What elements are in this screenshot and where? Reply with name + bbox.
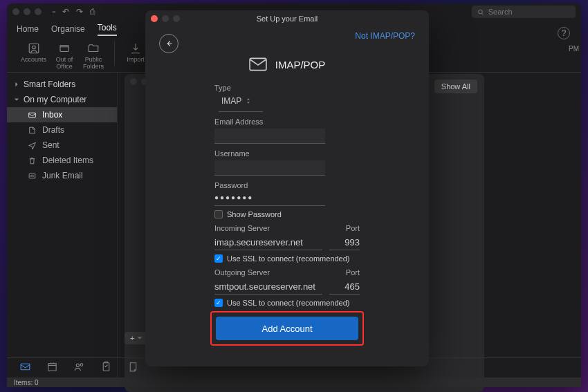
sidebar-item-deleted[interactable]: Deleted Items bbox=[7, 153, 117, 168]
incoming-ssl-checkbox[interactable] bbox=[214, 254, 223, 263]
trash-icon bbox=[28, 156, 37, 165]
modal-title: Set Up your Email bbox=[145, 15, 429, 23]
type-select[interactable]: IMAP bbox=[221, 96, 263, 109]
mail-icon bbox=[19, 361, 31, 373]
search-input[interactable] bbox=[488, 8, 570, 16]
type-label: Type bbox=[214, 84, 360, 92]
drafts-icon bbox=[28, 126, 37, 135]
mail-tab[interactable] bbox=[19, 361, 31, 375]
outgoing-port-input[interactable] bbox=[329, 279, 360, 295]
import-icon bbox=[129, 42, 142, 55]
password-label: Password bbox=[214, 181, 360, 189]
folder-icon bbox=[87, 42, 100, 55]
incoming-port-input[interactable] bbox=[329, 235, 360, 250]
add-account-highlight: Add Account bbox=[210, 311, 364, 346]
email-input[interactable] bbox=[214, 129, 325, 144]
notes-icon bbox=[127, 361, 139, 373]
save-icon[interactable]: ▫ bbox=[53, 7, 55, 17]
setup-email-modal: Set Up your Email Not IMAP/POP? IMAP/POP… bbox=[145, 10, 429, 366]
outgoing-label: Outgoing Server bbox=[214, 268, 322, 277]
svg-rect-7 bbox=[21, 364, 30, 370]
svg-rect-4 bbox=[60, 46, 68, 52]
outgoing-server-input[interactable] bbox=[214, 279, 322, 295]
search-icon bbox=[477, 8, 484, 16]
redo-icon[interactable]: ↷ bbox=[76, 7, 83, 17]
sidebar-item-junk[interactable]: Junk Email bbox=[7, 168, 117, 183]
svg-rect-2 bbox=[29, 44, 39, 53]
traffic-lights[interactable] bbox=[12, 8, 42, 15]
print-icon[interactable]: ⎙ bbox=[90, 7, 95, 17]
tasks-tab[interactable] bbox=[100, 361, 112, 375]
svg-point-9 bbox=[76, 364, 79, 366]
chevron-down-icon bbox=[137, 335, 143, 341]
clock: PM bbox=[569, 45, 579, 53]
email-label: Email Address bbox=[214, 118, 360, 126]
help-button[interactable]: ? bbox=[558, 27, 570, 39]
arrow-left-icon bbox=[164, 39, 174, 48]
port-label-2: Port bbox=[329, 268, 360, 277]
search-box[interactable] bbox=[472, 6, 576, 18]
show-password-checkbox[interactable] bbox=[214, 210, 223, 218]
incoming-ssl-label: Use SSL to connect (recommended) bbox=[227, 254, 350, 263]
sidebar-item-sent[interactable]: Sent bbox=[7, 138, 117, 153]
username-label: Username bbox=[214, 149, 360, 158]
incoming-server-input[interactable] bbox=[214, 235, 322, 250]
tasks-icon bbox=[100, 361, 112, 373]
status-bar: Items: 0 bbox=[7, 377, 581, 387]
sidebar-item-drafts[interactable]: Drafts bbox=[7, 122, 117, 138]
junk-icon bbox=[28, 171, 37, 180]
outgoing-ssl-label: Use SSL to connect (recommended) bbox=[227, 299, 350, 307]
people-icon bbox=[73, 361, 85, 373]
sent-icon bbox=[28, 141, 37, 150]
chevron-down-icon bbox=[14, 97, 19, 102]
ooo-button[interactable]: Out of Office bbox=[53, 42, 75, 70]
not-imap-link[interactable]: Not IMAP/POP? bbox=[355, 31, 415, 41]
import-button[interactable]: Import bbox=[125, 42, 147, 63]
show-all-button[interactable]: Show All bbox=[434, 80, 477, 93]
accounts-button[interactable]: Accounts bbox=[21, 42, 46, 70]
sort-icon bbox=[246, 97, 251, 104]
username-input[interactable] bbox=[214, 160, 325, 176]
svg-rect-5 bbox=[29, 113, 36, 118]
show-password-label: Show Password bbox=[227, 210, 282, 218]
ooo-icon bbox=[58, 42, 71, 55]
on-my-computer-header[interactable]: On my Computer bbox=[7, 92, 117, 107]
smart-folders-header[interactable]: Smart Folders bbox=[7, 77, 117, 92]
inbox-icon bbox=[28, 111, 37, 120]
back-button[interactable] bbox=[159, 34, 178, 53]
password-input[interactable]: ●●●●●●● bbox=[214, 194, 325, 206]
outgoing-ssl-checkbox[interactable] bbox=[214, 299, 223, 307]
calendar-tab[interactable] bbox=[46, 361, 58, 375]
svg-point-0 bbox=[479, 10, 483, 14]
tab-tools[interactable]: Tools bbox=[98, 23, 117, 36]
svg-rect-8 bbox=[48, 364, 56, 371]
item-count: Items: 0 bbox=[14, 379, 39, 386]
people-tab[interactable] bbox=[73, 361, 85, 375]
public-folders-button[interactable]: Public Folders bbox=[82, 42, 104, 70]
undo-icon[interactable]: ↶ bbox=[62, 7, 69, 17]
svg-point-10 bbox=[80, 364, 83, 366]
port-label: Port bbox=[329, 224, 360, 232]
svg-point-3 bbox=[32, 46, 35, 49]
incoming-label: Incoming Server bbox=[214, 224, 322, 232]
person-icon bbox=[28, 42, 40, 55]
tab-home[interactable]: Home bbox=[17, 24, 39, 34]
tab-organise[interactable]: Organise bbox=[51, 24, 85, 34]
calendar-icon bbox=[46, 361, 58, 373]
notes-tab[interactable] bbox=[127, 361, 139, 375]
chevron-right-icon bbox=[14, 82, 19, 87]
add-account-button[interactable]: Add Account bbox=[216, 317, 358, 340]
sidebar-item-inbox[interactable]: Inbox bbox=[7, 107, 117, 122]
svg-line-1 bbox=[482, 13, 484, 15]
